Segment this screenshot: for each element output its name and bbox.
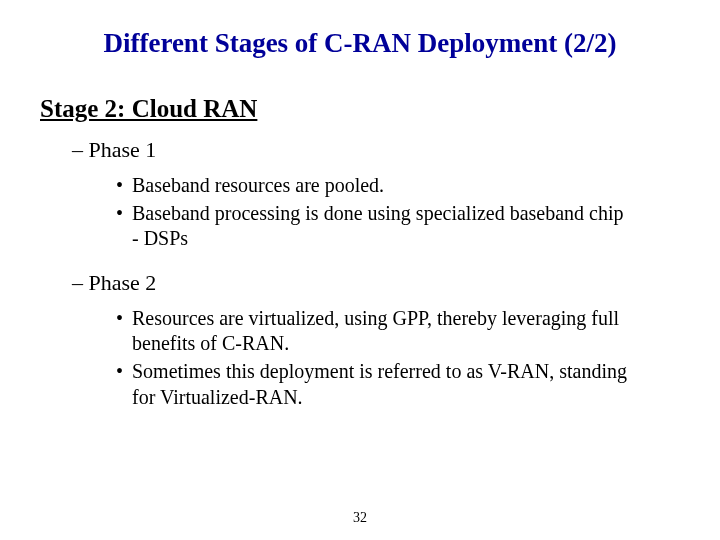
list-item: Baseband resources are pooled. bbox=[116, 173, 632, 199]
phase-2-label: – Phase 2 bbox=[72, 270, 672, 296]
stage-heading: Stage 2: Cloud RAN bbox=[40, 95, 672, 123]
slide-title: Different Stages of C-RAN Deployment (2/… bbox=[48, 28, 672, 59]
phase-1-label: – Phase 1 bbox=[72, 137, 672, 163]
phase-1-bullets: Baseband resources are pooled. Baseband … bbox=[116, 173, 632, 252]
page-number: 32 bbox=[0, 510, 720, 526]
list-item: Sometimes this deployment is referred to… bbox=[116, 359, 632, 410]
phase-2-bullets: Resources are virtualized, using GPP, th… bbox=[116, 306, 632, 410]
list-item: Baseband processing is done using specia… bbox=[116, 201, 632, 252]
list-item: Resources are virtualized, using GPP, th… bbox=[116, 306, 632, 357]
